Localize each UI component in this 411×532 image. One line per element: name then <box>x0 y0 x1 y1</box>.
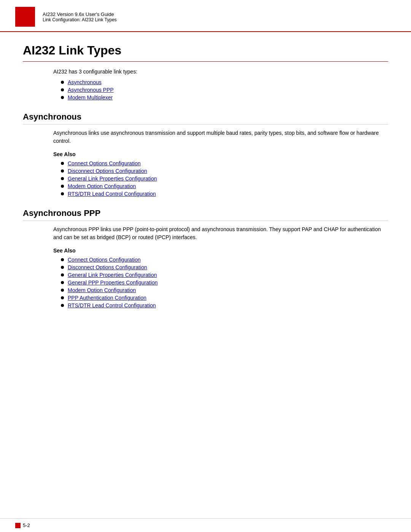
bullet-icon <box>61 273 64 276</box>
list-item: General Link Properties Configuration <box>61 272 388 278</box>
page-number-text: 5-2 <box>23 522 30 528</box>
list-item: General PPP Properties Configuration <box>61 280 388 286</box>
bullet-icon <box>61 281 64 284</box>
bullet-icon <box>61 192 64 195</box>
list-item: RTS/DTR Lead Control Configuration <box>61 191 388 197</box>
section-body-text: Asynchronous PPP links use PPP (point-to… <box>53 225 388 241</box>
list-item: Modem Option Configuration <box>61 287 388 293</box>
list-item: Modem Option Configuration <box>61 183 388 189</box>
rts-dtr-2[interactable]: RTS/DTR Lead Control Configuration <box>68 302 156 308</box>
company-logo <box>15 7 35 27</box>
general-ppp-properties[interactable]: General PPP Properties Configuration <box>68 280 158 286</box>
header-subtitle: Link Configuration: AI232 Link Types <box>43 17 117 22</box>
list-item: Connect Options Configuration <box>61 160 388 166</box>
see-also-list-1: Connect Options Configuration Disconnect… <box>61 160 388 197</box>
bullet-icon <box>61 258 64 261</box>
section-asynchronous-ppp: Asynchronous PPP Asynchronous PPP links … <box>23 208 388 308</box>
list-item: RTS/DTR Lead Control Configuration <box>61 302 388 308</box>
general-link-properties-1[interactable]: General Link Properties Configuration <box>68 176 157 182</box>
bullet-icon <box>61 162 64 165</box>
top-links-list: Asynchronous Asynchronous PPP Modem Mult… <box>61 79 388 101</box>
section-title-asynchronous: Asynchronous <box>23 112 388 125</box>
list-item: Connect Options Configuration <box>61 257 388 263</box>
page-container: AI232 Version 9.6x User's Guide Link Con… <box>0 0 411 532</box>
bullet-icon <box>61 96 64 99</box>
see-also-label-1: See Also <box>53 151 388 157</box>
rts-dtr-1[interactable]: RTS/DTR Lead Control Configuration <box>68 191 156 197</box>
section-body-asynchronous-ppp: Asynchronous PPP links use PPP (point-to… <box>53 225 388 241</box>
list-item: Disconnect Options Configuration <box>61 264 388 270</box>
main-content: AI232 Link Types AI232 has 3 configurabl… <box>0 32 411 518</box>
bullet-icon <box>61 304 64 307</box>
list-item: Modem Multiplexer <box>61 94 388 101</box>
list-item: Disconnect Options Configuration <box>61 168 388 174</box>
bullet-icon <box>61 81 64 84</box>
header-text: AI232 Version 9.6x User's Guide Link Con… <box>43 7 117 27</box>
bullet-icon <box>61 177 64 180</box>
header-title: AI232 Version 9.6x User's Guide <box>43 11 117 17</box>
section-body-asynchronous: Asynchronous links use asynchronous tran… <box>53 129 388 145</box>
bullet-icon <box>61 169 64 173</box>
disconnect-options-link-1[interactable]: Disconnect Options Configuration <box>68 168 147 174</box>
asynchronous-link[interactable]: Asynchronous <box>68 79 102 85</box>
see-also-list-2: Connect Options Configuration Disconnect… <box>61 257 388 308</box>
modem-option-2[interactable]: Modem Option Configuration <box>68 287 136 293</box>
ppp-authentication[interactable]: PPP Authentication Configuration <box>68 295 147 301</box>
bullet-icon <box>61 185 64 188</box>
list-item: Asynchronous PPP <box>61 87 388 93</box>
disconnect-options-link-2[interactable]: Disconnect Options Configuration <box>68 264 147 270</box>
page-title: AI232 Link Types <box>23 43 388 62</box>
list-item: General Link Properties Configuration <box>61 176 388 182</box>
section-asynchronous: Asynchronous Asynchronous links use asyn… <box>23 112 388 197</box>
list-item: PPP Authentication Configuration <box>61 295 388 301</box>
general-link-properties-2[interactable]: General Link Properties Configuration <box>68 272 157 278</box>
bullet-icon <box>61 289 64 292</box>
connect-options-link-2[interactable]: Connect Options Configuration <box>68 257 140 263</box>
modem-multiplexer-link[interactable]: Modem Multiplexer <box>68 94 113 101</box>
header: AI232 Version 9.6x User's Guide Link Con… <box>0 0 411 32</box>
bullet-icon <box>61 266 64 269</box>
footer: 5-2 <box>0 518 411 532</box>
connect-options-link-1[interactable]: Connect Options Configuration <box>68 160 140 166</box>
page-bar-icon <box>15 523 21 528</box>
list-item: Asynchronous <box>61 79 388 85</box>
bullet-icon <box>61 296 64 299</box>
see-also-label-2: See Also <box>53 248 388 254</box>
page-number: 5-2 <box>15 522 30 528</box>
asynchronous-ppp-link[interactable]: Asynchronous PPP <box>68 87 114 93</box>
intro-text: AI232 has 3 configurable link types: <box>53 69 388 75</box>
modem-option-1[interactable]: Modem Option Configuration <box>68 183 136 189</box>
section-title-asynchronous-ppp: Asynchronous PPP <box>23 208 388 221</box>
section-body-text: Asynchronous links use asynchronous tran… <box>53 129 388 145</box>
bullet-icon <box>61 88 64 91</box>
